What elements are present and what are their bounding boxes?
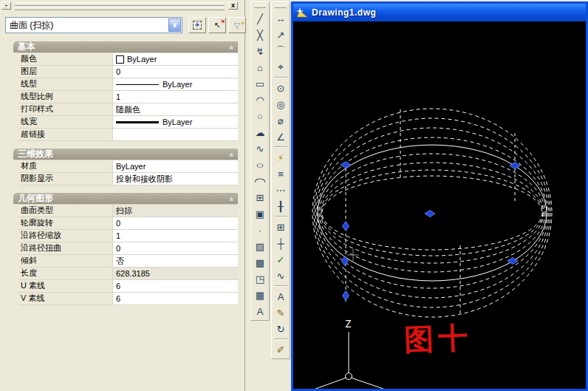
diameter-dimension-button[interactable]: ⌀	[273, 112, 289, 129]
property-value[interactable]: 否	[113, 255, 238, 267]
property-value[interactable]: 1	[113, 230, 238, 242]
property-value[interactable]: 0	[113, 217, 238, 229]
palette-minimize-button[interactable]: -	[1, 1, 11, 10]
dimension-text-edit-button[interactable]: A	[273, 288, 289, 305]
center-mark-icon: ┼	[277, 238, 284, 249]
ellipse-arc-button[interactable]: ◠	[252, 173, 268, 189]
quick-select-button[interactable]: ▽⚡	[228, 17, 246, 33]
property-label: 阴影显示	[18, 173, 113, 185]
construction-line-button[interactable]: ╳	[252, 27, 268, 43]
polyline-icon: ↯	[256, 46, 264, 57]
collapse-chevron-icon[interactable]: «	[225, 152, 236, 157]
palette-close-button[interactable]: x	[228, 1, 238, 10]
jogged-linear-dimension-button[interactable]: ∿	[273, 268, 289, 284]
gradient-icon: ▩	[256, 257, 264, 268]
property-value[interactable]: 1	[113, 91, 238, 103]
property-value[interactable]: 628.3185	[113, 268, 238, 279]
dimension-break-button[interactable]: ╂	[273, 198, 289, 214]
circle-button[interactable]: ○	[252, 108, 268, 124]
dimension-edit-button[interactable]: ✎	[273, 305, 289, 321]
baseline-dimension-button[interactable]: ≡	[273, 166, 289, 182]
collapse-chevron-icon[interactable]: «	[225, 197, 236, 201]
property-row: 轮廓旋转0	[18, 217, 238, 230]
rectangle-button[interactable]: ▭	[252, 75, 268, 92]
region-button[interactable]: ◳	[252, 271, 268, 287]
property-value[interactable]: 扫掠	[113, 205, 238, 217]
aligned-dimension-button[interactable]: ↗	[273, 27, 289, 43]
property-value[interactable]: ByLayer	[113, 116, 238, 128]
quick-select-icon: ▽⚡	[234, 21, 240, 30]
dimension-update-button[interactable]: ↻	[273, 321, 289, 337]
polygon-button[interactable]: ⌂	[252, 59, 268, 75]
dimension-update-icon: ↻	[277, 324, 285, 335]
property-label: 线型比例	[18, 91, 113, 103]
drawing-window-titlebar[interactable]: Drawing1.dwg	[293, 4, 586, 21]
toggle-pickadd-button[interactable]: +	[188, 17, 206, 33]
center-mark-button[interactable]: ┼	[273, 235, 289, 251]
select-objects-button[interactable]: ↖×	[208, 17, 226, 33]
property-value[interactable]: 随颜色	[113, 103, 238, 115]
grip[interactable]	[341, 162, 351, 169]
radius-dimension-icon: ⊙	[277, 83, 285, 94]
radius-dimension-button[interactable]: ⊙	[273, 80, 289, 96]
property-value[interactable]: ByLayer	[113, 78, 238, 90]
gradient-button[interactable]: ▩	[252, 254, 268, 271]
toolbar-separator	[274, 285, 287, 287]
make-block-button[interactable]: ▣	[252, 205, 268, 222]
spline-button[interactable]: ∿	[252, 140, 268, 157]
jogged-dimension-button[interactable]: ◎	[273, 96, 289, 112]
insert-block-button[interactable]: ⊞	[252, 189, 268, 205]
collapse-chevron-icon[interactable]: «	[225, 45, 236, 50]
linear-dimension-button[interactable]: ↔	[273, 10, 289, 27]
property-row: 颜色ByLayer	[18, 53, 238, 66]
point-button[interactable]: ·	[252, 222, 268, 238]
property-value[interactable]	[113, 129, 238, 140]
palette-titlebar[interactable]: - x	[0, 0, 245, 11]
quick-dimension-button[interactable]: ⚡	[273, 149, 289, 166]
line-button[interactable]: ╱	[252, 10, 268, 27]
section-header-3d-effects[interactable]: 三维效果 «	[13, 149, 238, 160]
grip[interactable]	[343, 291, 349, 301]
tolerance-icon: ⊞	[277, 222, 285, 233]
table-button[interactable]: ▦	[252, 287, 268, 303]
ordinate-dimension-button[interactable]: ⌖	[273, 59, 289, 75]
angular-dimension-button[interactable]: ∠	[273, 129, 289, 145]
section-header-geometry[interactable]: 几何图形 «	[13, 193, 238, 204]
property-value[interactable]: ByLayer	[113, 160, 238, 172]
property-value[interactable]: 6	[113, 293, 238, 305]
ucs-x-axis	[315, 378, 346, 389]
pickadd-icon: +	[193, 21, 202, 30]
insert-block-icon: ⊞	[256, 192, 264, 203]
jogged-linear-dimension-icon: ∿	[277, 271, 285, 282]
dimension-text-edit-icon: A	[278, 291, 284, 302]
property-value-text: 0	[116, 218, 120, 229]
dimension-inspect-button[interactable]: ✓	[273, 251, 289, 268]
section-header-basic[interactable]: 基本 «	[13, 41, 238, 52]
chevron-down-icon[interactable]: ∨	[168, 18, 181, 32]
property-row: 超链接	[18, 129, 238, 141]
dimension-style-button[interactable]: ✐	[273, 341, 289, 358]
polyline-button[interactable]: ↯	[252, 43, 268, 59]
property-value[interactable]: 投射和接收阴影	[113, 173, 238, 185]
palette-grab-bar[interactable]	[15, 2, 225, 11]
arc-length-dimension-button[interactable]: ⌒	[273, 43, 289, 59]
property-value[interactable]: ByLayer	[113, 53, 238, 65]
continue-dimension-button[interactable]: ⋯	[273, 182, 289, 198]
hatch-button[interactable]: ▨	[252, 238, 268, 254]
property-value[interactable]: 0	[113, 242, 238, 254]
quick-dimension-icon: ⚡	[277, 152, 284, 163]
ellipse-button[interactable]: ○	[252, 157, 268, 173]
tolerance-button[interactable]: ⊞	[273, 219, 289, 235]
object-type-dropdown[interactable]: 曲面 (扫掠) ∨	[5, 17, 182, 33]
drawing-canvas[interactable]: Z图十	[293, 21, 586, 389]
toolbar-grip[interactable]	[254, 4, 266, 8]
toolbar-grip[interactable]	[275, 4, 287, 8]
grip[interactable]	[343, 222, 349, 231]
arc-length-dimension-icon: ⌒	[276, 44, 286, 58]
revision-cloud-button[interactable]: ☁	[252, 124, 268, 140]
text-button[interactable]: A	[252, 303, 268, 319]
arc-button[interactable]: ◠	[252, 92, 268, 108]
property-value[interactable]: 0	[113, 66, 238, 78]
grip[interactable]	[425, 211, 435, 217]
property-value[interactable]: 6	[113, 280, 238, 292]
